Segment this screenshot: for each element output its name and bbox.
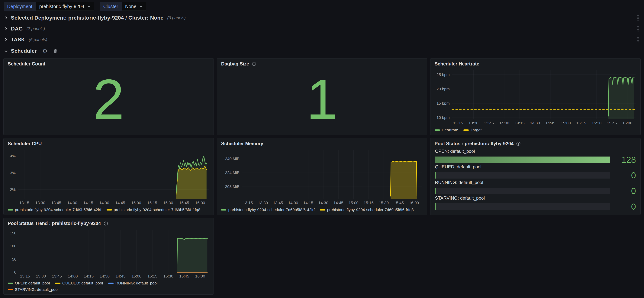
svg-text:224 MiB: 224 MiB [225, 170, 240, 175]
row-selected-deployment[interactable]: Selected Deployment: prehistoric-flyby-9… [0, 12, 644, 23]
svg-text:14:00: 14:00 [288, 201, 298, 205]
panel-scheduler-cpu: Scheduler CPU 13:1513:3013:4514:0014:151… [4, 138, 214, 215]
gauge-row: 0 [435, 202, 636, 211]
legend-label: RUNNING: default_pool [116, 281, 158, 286]
svg-text:13:45: 13:45 [52, 274, 62, 278]
svg-text:13:15: 13:15 [243, 201, 253, 205]
svg-text:14:30: 14:30 [530, 121, 540, 125]
svg-text:13:15: 13:15 [453, 121, 463, 125]
drag-handle-icon[interactable] [636, 15, 640, 21]
pool-trend-chart[interactable]: 13:1513:3013:4514:0014:1514:3014:4515:00… [6, 227, 212, 279]
legend-item[interactable]: Heartrate [434, 128, 458, 132]
svg-text:13:30: 13:30 [468, 121, 478, 125]
row-task[interactable]: TASK (6 panels) [0, 34, 644, 45]
legend-swatch-icon [8, 289, 13, 290]
gauge-track [435, 203, 610, 210]
panel-header: Scheduler CPU [4, 138, 214, 147]
legend-swatch-icon [464, 129, 469, 131]
gauge-label: OPEN: default_pool [435, 149, 636, 154]
svg-text:208 MiB: 208 MiB [225, 184, 240, 189]
bar-gauge: RUNNING: default_pool0 [435, 180, 636, 195]
legend-item[interactable]: OPEN: default_pool [8, 281, 50, 286]
svg-text:15 bpm: 15 bpm [436, 101, 450, 105]
legend-swatch-icon [55, 283, 60, 284]
legend-swatch-icon [108, 283, 114, 284]
svg-text:15:15: 15:15 [576, 121, 586, 125]
row-delete-button[interactable] [53, 48, 58, 53]
svg-text:14:45: 14:45 [334, 201, 344, 205]
memory-chart[interactable]: 13:1513:3013:4514:0014:1514:3014:4515:00… [219, 147, 425, 206]
row-title: TASK [11, 37, 25, 43]
drag-handle-icon[interactable] [636, 36, 640, 43]
chart-legend: HeartrateTarget [430, 126, 640, 135]
stat-value: 1 [217, 67, 427, 135]
deployment-select-value: prehistoric-flyby-9204 [39, 4, 84, 9]
row-scheduler[interactable]: Scheduler ⚙ [0, 45, 644, 57]
info-icon[interactable] [104, 221, 108, 226]
cluster-select[interactable]: None [122, 2, 146, 11]
row-dag[interactable]: DAG (7 panels) [0, 23, 644, 34]
gauge-row: 0 [435, 171, 636, 180]
gauge-label: RUNNING: default_pool [435, 180, 636, 185]
deployment-select[interactable]: prehistoric-flyby-9204 [36, 2, 94, 11]
legend-item[interactable]: STARVING: default_pool [8, 287, 58, 292]
legend-label: OPEN: default_pool [15, 281, 50, 286]
svg-text:14:15: 14:15 [83, 201, 93, 205]
legend-swatch-icon [106, 209, 112, 211]
svg-text:14:30: 14:30 [99, 201, 109, 205]
gauge-value: 128 [614, 155, 636, 164]
svg-text:16:00: 16:00 [195, 274, 205, 278]
legend-item[interactable]: prehistoric-flyby-9204-scheduler-7d69b5f… [221, 208, 315, 212]
panel-header: Pool Status Trend : prehistoric-flyby-92… [4, 218, 214, 227]
svg-text:15:15: 15:15 [147, 201, 157, 205]
gauge-value: 0 [614, 171, 636, 180]
svg-text:13:45: 13:45 [273, 201, 283, 205]
panel-title: Scheduler Count [8, 61, 46, 67]
svg-text:15:00: 15:00 [561, 121, 571, 125]
legend-item[interactable]: prehistoric-flyby-9204-scheduler-7d69b5f… [320, 208, 414, 212]
legend-label: STARVING: default_pool [15, 287, 58, 292]
gauge-row: 0 [435, 187, 636, 195]
chevron-right-icon [4, 16, 8, 20]
row-settings-button[interactable]: ⚙ [42, 48, 47, 54]
svg-text:14:00: 14:00 [68, 274, 78, 278]
svg-text:4%: 4% [10, 154, 16, 158]
panel-header: Pool Status : prehistoric-flyby-9204 [430, 138, 640, 147]
svg-text:15:30: 15:30 [163, 201, 173, 205]
svg-text:25 bpm: 25 bpm [436, 72, 450, 77]
svg-text:14:45: 14:45 [116, 274, 126, 278]
svg-text:15:30: 15:30 [164, 274, 174, 278]
chart-canvas: 13:1513:3013:4514:0014:1514:3014:4515:00… [432, 68, 638, 126]
grafana-dashboard: Deployment prehistoric-flyby-9204 Cluste… [0, 0, 644, 298]
legend-item[interactable]: prehistoric-flyby-9204-scheduler-7d69b5f… [106, 208, 200, 212]
legend-item[interactable]: RUNNING: default_pool [108, 281, 158, 286]
panel-title: Dagbag Size [221, 61, 249, 67]
svg-text:15:15: 15:15 [364, 201, 374, 205]
chart-canvas: 13:1513:3013:4514:0014:1514:3014:4515:00… [6, 147, 212, 206]
panel-scheduler-heartrate: Scheduler Heartrate 13:1513:3013:4514:00… [430, 58, 640, 135]
legend-swatch-icon [320, 209, 325, 211]
chevron-right-icon [4, 38, 8, 41]
info-icon[interactable] [516, 141, 521, 146]
row-title: Scheduler [11, 48, 37, 54]
info-icon[interactable] [252, 62, 256, 66]
svg-text:15:45: 15:45 [179, 201, 189, 205]
svg-text:14:15: 14:15 [84, 274, 94, 278]
heartrate-chart[interactable]: 13:1513:3013:4514:0014:1514:3014:4515:00… [432, 68, 638, 126]
svg-text:14:00: 14:00 [67, 201, 77, 205]
svg-text:13:30: 13:30 [36, 274, 46, 278]
svg-text:15:00: 15:00 [348, 201, 358, 205]
svg-text:50: 50 [12, 257, 16, 261]
legend-item[interactable]: prehistoric-flyby-9204-scheduler-7d69b5f… [8, 208, 101, 212]
drag-handle-icon[interactable] [636, 25, 640, 32]
legend-item[interactable]: Target [464, 128, 482, 132]
cpu-chart[interactable]: 13:1513:3013:4514:0014:1514:3014:4515:00… [6, 147, 212, 206]
panel-title: Scheduler CPU [8, 141, 42, 146]
gauge-fill [435, 157, 610, 163]
legend-label: Heartrate [442, 128, 458, 132]
svg-text:15:45: 15:45 [394, 201, 404, 205]
legend-item[interactable]: QUEUED: default_pool [55, 281, 103, 286]
legend-swatch-icon [8, 209, 13, 211]
panel-scheduler-count: Scheduler Count 2 [4, 58, 214, 135]
svg-text:15:45: 15:45 [607, 121, 617, 125]
